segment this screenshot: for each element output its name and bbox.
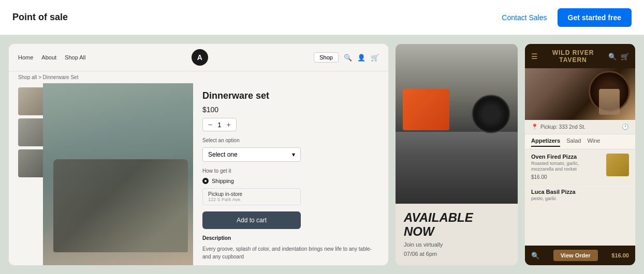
menu-item-2-name: Luca Basil Pizza <box>531 189 629 195</box>
brand-logo: Point of sale <box>12 12 68 23</box>
middle-bottom-content: AVAILABLENOW Join us virtually 07/06 at … <box>396 204 518 265</box>
select-option-label: Select an option <box>202 138 379 143</box>
account-icon[interactable]: 👤 <box>357 54 365 62</box>
menu-item-2: Luca Basil Pizza pesto, garlic <box>525 185 635 207</box>
pickup-address: 122 S Park Ave. <box>208 197 295 202</box>
menu-item-1-image <box>606 154 629 176</box>
product-price: $100 <box>202 105 379 114</box>
breadcrumb: Shop all > Dinnerware Set <box>9 71 388 83</box>
cart-icon[interactable]: 🛒 <box>621 53 629 60</box>
chevron-down-icon: ▾ <box>292 151 295 158</box>
main-content: Home About Shop All A Shop 🔍 👤 🛒 Shop al… <box>0 35 644 274</box>
view-order-button[interactable]: View Order <box>553 250 598 261</box>
shipping-label: Shipping <box>212 178 234 184</box>
shipping-radio-option[interactable]: Shipping <box>202 178 379 184</box>
pickup-option[interactable]: Pickup in-store 122 S Park Ave. <box>202 188 301 205</box>
option-select-dropdown[interactable]: Select one ▾ <box>202 147 301 162</box>
search-icon-bar[interactable]: 🔍 <box>531 252 539 260</box>
how-to-get-label: How to get it <box>202 168 379 174</box>
hamburger-menu-icon[interactable]: ☰ <box>531 52 538 60</box>
product-title: Dinnerware set <box>202 90 379 101</box>
store-logo-icon: A <box>192 49 208 66</box>
tab-appetizers[interactable]: Appetizers <box>531 138 560 147</box>
product-details: Dinnerware set $100 − 1 + Select an opti… <box>193 83 388 266</box>
bottom-order-bar: 🔍 View Order $16.00 <box>525 246 635 265</box>
store-nav-icons: Shop 🔍 👤 🛒 <box>314 52 379 63</box>
menu-item-1-desc: Roasted tomato, garlic, mozzarella and r… <box>531 161 602 173</box>
tab-salad[interactable]: Salad <box>566 138 581 147</box>
orange-record-box <box>403 89 449 130</box>
top-nav: Point of sale Contact Sales Get started … <box>0 0 644 35</box>
get-started-button[interactable]: Get started free <box>558 8 632 27</box>
search-icon[interactable]: 🔍 <box>344 54 352 62</box>
available-now-text: AVAILABLENOW <box>404 211 509 238</box>
nav-link-shop-all[interactable]: Shop All <box>65 54 85 60</box>
description-label: Description <box>202 235 379 241</box>
nav-link-home[interactable]: Home <box>18 54 33 60</box>
menu-tabs: Appetizers Salad Wine <box>525 134 635 149</box>
menu-item-1-name: Oven Fired Pizza <box>531 154 602 160</box>
thumbnail-3[interactable] <box>18 149 46 177</box>
hand-image <box>599 89 620 115</box>
tab-wine[interactable]: Wine <box>587 138 600 147</box>
store-nav-links: Home About Shop All <box>18 54 85 60</box>
quantity-decrease-button[interactable]: − <box>208 120 212 129</box>
quantity-control: − 1 + <box>202 118 237 131</box>
nav-link-about[interactable]: About <box>41 54 56 60</box>
header-icons: 🔍 🛒 <box>608 53 629 60</box>
thumbnail-2[interactable] <box>18 118 46 146</box>
shop-badge[interactable]: Shop <box>314 52 339 63</box>
order-price-label: $16.00 <box>611 252 629 258</box>
contact-sales-button[interactable]: Contact Sales <box>502 13 547 22</box>
pickup-address-text: Pickup: 333 2nd St. <box>540 124 586 130</box>
restaurant-header: ☰ WILD RIVERTAVERN 🔍 🛒 <box>525 44 635 68</box>
add-to-cart-button[interactable]: Add to cart <box>202 211 301 229</box>
pickup-bar: 📍 Pickup: 333 2nd St. 🕐 <box>525 120 635 134</box>
quantity-value: 1 <box>217 121 221 129</box>
menu-item-1-price: $16.00 <box>531 174 602 180</box>
ceramic-mugs-visual <box>53 159 188 252</box>
product-main-image <box>43 83 193 266</box>
thumbnail-1[interactable] <box>18 87 46 115</box>
radio-selected-icon <box>202 178 209 184</box>
location-icon: 📍 <box>531 124 538 130</box>
middle-card: AVAILABLENOW Join us virtually 07/06 at … <box>395 43 518 266</box>
menu-item-2-text: Luca Basil Pizza pesto, garlic <box>531 189 629 202</box>
menu-item-2-desc: pesto, garlic <box>531 196 629 202</box>
description-text: Every groove, splash of color, and inden… <box>202 245 379 261</box>
pickup-label: Pickup in-store <box>208 191 295 197</box>
thumbnail-column <box>9 83 43 266</box>
desktop-store-card: Home About Shop All A Shop 🔍 👤 🛒 Shop al… <box>8 43 389 266</box>
middle-top-image <box>396 44 518 204</box>
nav-actions: Contact Sales Get started free <box>502 8 632 27</box>
right-card: ☰ WILD RIVERTAVERN 🔍 🛒 📍 Pickup: 333 2nd… <box>524 43 636 266</box>
vinyl-record-icon <box>472 95 510 133</box>
menu-item-1: Oven Fired Pizza Roasted tomato, garlic,… <box>525 149 635 185</box>
menu-item-1-text: Oven Fired Pizza Roasted tomato, garlic,… <box>531 154 602 180</box>
product-area: Dinnerware set $100 − 1 + Select an opti… <box>9 83 388 266</box>
cart-icon[interactable]: 🛒 <box>371 54 379 62</box>
quantity-increase-button[interactable]: + <box>226 120 230 129</box>
search-icon[interactable]: 🔍 <box>608 53 617 60</box>
food-hero-image <box>525 68 635 120</box>
join-text: Join us virtually <box>404 241 509 248</box>
restaurant-name: WILD RIVERTAVERN <box>552 49 594 64</box>
event-date: 07/06 at 6pm <box>404 251 509 257</box>
store-content: Shop all > Dinnerware Set Dinnerware set… <box>9 71 388 266</box>
time-icon: 🕐 <box>622 124 629 130</box>
store-nav: Home About Shop All A Shop 🔍 👤 🛒 <box>9 44 388 71</box>
